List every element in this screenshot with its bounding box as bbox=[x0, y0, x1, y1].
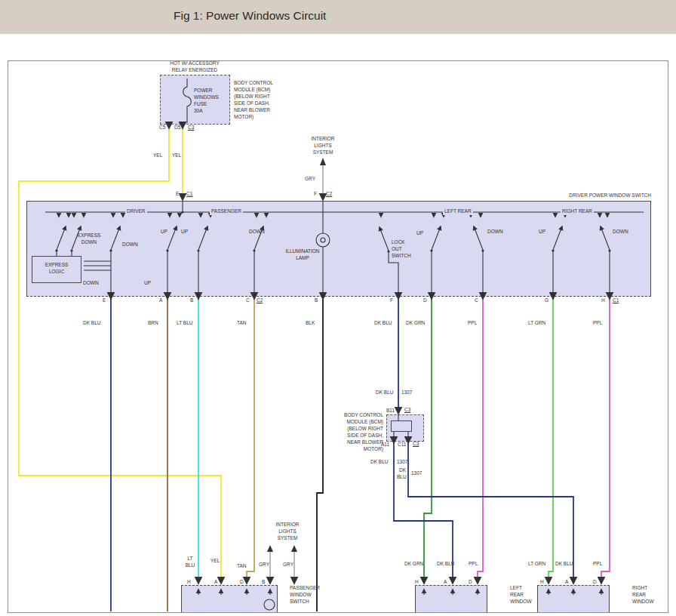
label-output-down: DOWN bbox=[83, 280, 99, 287]
wire-label-yel-bottom: YEL bbox=[210, 558, 220, 565]
pin-c: C bbox=[246, 297, 250, 304]
wire-label-yel-2: YEL bbox=[172, 152, 181, 159]
right-rear-pin-h: H bbox=[540, 579, 544, 586]
bcm-note-top: BODY CONTROL MODULE (BCM) (BELOW RIGHT S… bbox=[234, 80, 273, 121]
pin-e-top: E bbox=[176, 191, 179, 198]
right-rear-pin-a: A bbox=[565, 579, 568, 586]
switch-blade-driver-down bbox=[111, 226, 120, 250]
illumination-lamp-filament bbox=[321, 238, 325, 242]
express-down-label: EXPRESS DOWN bbox=[73, 233, 105, 246]
wire-label-lt-blu-bottom: LT BLU bbox=[183, 556, 197, 569]
label-left-rear-up: UP bbox=[416, 230, 423, 237]
connector-c1-top: C1 bbox=[186, 191, 192, 198]
a11-wire-circuit: 1307 bbox=[397, 459, 407, 466]
pin-b2: B bbox=[315, 297, 318, 304]
wire-label-dk-blu-f: DK BLU bbox=[374, 320, 392, 327]
passenger-lamp-icon bbox=[264, 599, 275, 610]
left-rear-pin-h: H bbox=[415, 579, 419, 586]
wire-runs bbox=[19, 128, 610, 611]
a11-wire-color: DK BLU bbox=[370, 459, 388, 466]
wire-dk-blu-c11 bbox=[408, 442, 573, 583]
wire-label-tan-bottom: TAN bbox=[237, 563, 247, 570]
wire-label-ppl-rr-bottom: PPL bbox=[593, 561, 602, 568]
fuse-label: POWER WINDOWS FUSE 30A bbox=[194, 88, 219, 115]
wiring-svg bbox=[0, 0, 676, 616]
arrow-up-interior-bottom-1-icon bbox=[267, 545, 273, 552]
wire-label-lt-grn: LT GRN bbox=[528, 320, 545, 327]
pin-e: E bbox=[103, 297, 106, 304]
c11-wire-color-1: DK bbox=[399, 467, 406, 474]
switch-blade-right-rear-down bbox=[601, 226, 610, 250]
section-left-rear: LEFT REAR bbox=[443, 208, 473, 215]
section-driver: DRIVER bbox=[125, 208, 147, 215]
pin-f: F bbox=[390, 297, 393, 304]
wire-label-brn: BRN bbox=[148, 320, 158, 327]
wire-label-dk-grn-bottom: DK GRN bbox=[404, 561, 423, 568]
right-rear-switch-label: RIGHT REAR WINDOW bbox=[632, 585, 654, 605]
c11-wire-circuit: 1307 bbox=[411, 470, 422, 477]
switch-blade-driver-up bbox=[167, 226, 177, 250]
passenger-switch-label: PASSENGER WINDOW SWITCH bbox=[290, 585, 320, 605]
connector-c3-bcm-top: C3 bbox=[404, 407, 410, 414]
wire-label-dk-grn: DK GRN bbox=[406, 320, 425, 327]
left-rear-switch-label: LEFT REAR WINDOW bbox=[510, 585, 532, 605]
interior-lights-top-label: INTERIOR LIGHTS SYSTEM bbox=[300, 136, 346, 156]
section-right-rear: RIGHT REAR bbox=[561, 208, 594, 215]
wire-label-gry-top: GRY bbox=[305, 176, 315, 183]
wire-label-ppl-lr-bottom: PPL bbox=[469, 561, 478, 568]
bcm-note-middle: BODY CONTROL MODULE (BCM) (BELOW RIGHT S… bbox=[329, 412, 383, 453]
pin-c11: C11 bbox=[398, 442, 406, 448]
illumination-lamp-icon bbox=[316, 233, 330, 247]
label-passenger-down: DOWN bbox=[249, 229, 265, 236]
fuse-symbol bbox=[183, 79, 192, 123]
label-right-rear-up: UP bbox=[539, 229, 545, 236]
label-right-rear-down: DOWN bbox=[613, 229, 628, 236]
wire-label-tan: TAN bbox=[237, 320, 247, 327]
c11-wire-color-2: BLU bbox=[397, 474, 407, 481]
pin-d5: D5 bbox=[174, 125, 180, 131]
illumination-lamp-label: ILLUMINATION LAMP bbox=[281, 248, 324, 262]
pin-c5: C5 bbox=[159, 125, 165, 131]
connector-c1-bottom: C1 bbox=[613, 297, 619, 304]
passenger-pin-h: H bbox=[187, 579, 191, 586]
wire-ppl-h-right-rear bbox=[601, 298, 610, 583]
left-rear-pin-d: D bbox=[469, 579, 472, 586]
bcm-in-wire-color: DK BLU bbox=[376, 390, 393, 396]
wire-label-gry-bottom-1: GRY bbox=[259, 562, 269, 568]
wire-label-yel-1: YEL bbox=[153, 152, 162, 159]
wire-dk-grn-d bbox=[424, 298, 432, 583]
hot-relay-label: HOT W/ ACCESSORY RELAY ENERGIZED bbox=[153, 60, 236, 74]
pin-a: A bbox=[159, 297, 162, 304]
label-output-up: UP bbox=[144, 280, 151, 287]
switch-blade-passenger-up bbox=[198, 226, 207, 250]
pin-b: B bbox=[190, 297, 193, 304]
label-driver-up: UP bbox=[161, 229, 167, 236]
bcm-stubs bbox=[394, 414, 408, 442]
section-passenger: PASSENGER bbox=[210, 208, 243, 215]
power-windows-wiring-diagram: Fig 1: Power Windows Circuit EXPRESS LOG… bbox=[0, 0, 676, 616]
switch-blade-express-1 bbox=[57, 226, 66, 250]
wire-label-blk: BLK bbox=[306, 320, 315, 327]
label-left-rear-down: DOWN bbox=[487, 229, 503, 236]
wire-ppl-c-left-rear bbox=[478, 298, 483, 583]
wire-label-ppl-2: PPL bbox=[593, 320, 602, 327]
fuse-element bbox=[183, 79, 192, 123]
wire-blk-b bbox=[317, 298, 323, 611]
switch-blade-lockout bbox=[379, 227, 389, 251]
pin-g: G bbox=[545, 297, 548, 304]
interior-lights-bottom-label: INTERIOR LIGHTS SYSTEM bbox=[265, 522, 310, 542]
arrow-up-interior-top-icon bbox=[320, 158, 326, 165]
wire-label-dk-blu-rr-bottom: DK BLU bbox=[555, 561, 573, 568]
wire-label-dk-blu-lr-bottom: DK BLU bbox=[437, 561, 454, 568]
lockout-switch-label: LOCK OUT SWITCH bbox=[392, 239, 411, 260]
wire-label-dk-blu-e: DK BLU bbox=[83, 320, 100, 327]
switch-blade-right-rear-up bbox=[553, 226, 562, 250]
passenger-pin-b: B bbox=[262, 579, 265, 586]
pin-a11: A11 bbox=[381, 442, 389, 448]
pin-h: H bbox=[601, 297, 605, 304]
wire-label-lt-blu: LT BLU bbox=[177, 320, 192, 327]
wire-tan-c bbox=[247, 298, 254, 583]
pin-f-top: F bbox=[314, 191, 317, 198]
left-rear-pin-a: A bbox=[444, 579, 447, 586]
wire-label-lt-grn-bottom: LT GRN bbox=[528, 561, 545, 568]
